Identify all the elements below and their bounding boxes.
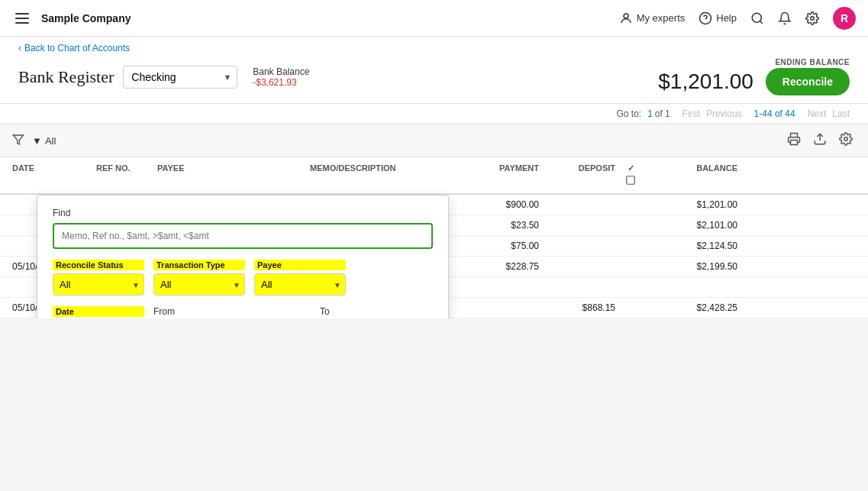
- payee-group: Payee All ▼: [254, 260, 346, 296]
- bank-balance-info: Bank Balance -$3,621.93: [253, 66, 309, 88]
- back-to-chart-accounts-link[interactable]: ‹ Back to Chart of Accounts: [18, 43, 850, 53]
- main-content: Find Reconcile Status All Reconciled Unr…: [0, 195, 868, 318]
- export-button[interactable]: [810, 129, 830, 152]
- from-date-group: From 📅: [153, 306, 311, 318]
- filter-left: ▼ All: [12, 134, 59, 148]
- reconcile-status-group: Reconcile Status All Reconciled Unreconc…: [53, 260, 144, 296]
- from-label: From: [153, 306, 311, 317]
- to-label: To: [320, 306, 477, 317]
- filter-bar: ▼ All: [0, 124, 868, 157]
- notifications-button[interactable]: [778, 11, 792, 25]
- find-input[interactable]: [53, 223, 433, 249]
- table-header: DATE REF NO. PAYEE MEMO/DESCRIPTION PAYM…: [0, 157, 868, 195]
- gear-icon: [805, 11, 819, 25]
- payee-label: Payee: [254, 260, 346, 270]
- transaction-type-select-wrapper: All Deposits Payments ▼: [153, 273, 245, 296]
- transaction-type-group: Transaction Type All Deposits Payments ▼: [153, 260, 245, 296]
- svg-point-5: [811, 16, 815, 20]
- filter-all-dropdown[interactable]: ▼ All: [29, 134, 59, 148]
- company-name: Sample Company: [41, 12, 131, 24]
- topnav-right: My experts Help R: [619, 7, 856, 30]
- transaction-type-label: Transaction Type: [153, 260, 245, 270]
- svg-point-9: [844, 137, 848, 141]
- col-date: DATE: [12, 163, 96, 187]
- print-button[interactable]: [784, 129, 804, 152]
- bell-icon: [778, 11, 792, 25]
- filter-icon: [12, 134, 24, 148]
- topnav-left: Sample Company: [12, 10, 131, 27]
- find-label: Find: [53, 208, 433, 218]
- col-payee: PAYEE: [157, 163, 310, 187]
- col-memo: MEMO/DESCRIPTION: [310, 163, 463, 187]
- next-page-link: Next: [808, 108, 827, 119]
- to-date-group: To: [320, 306, 477, 318]
- ending-balance-row: $1,201.00 Reconcile: [658, 68, 850, 95]
- reconcile-status-select[interactable]: All Reconciled Unreconciled Cleared: [53, 273, 144, 296]
- search-icon: [750, 11, 764, 25]
- col-check: ✓: [615, 163, 646, 187]
- my-experts-link[interactable]: My experts: [619, 11, 686, 25]
- reconcile-button[interactable]: Reconcile: [766, 68, 850, 95]
- filter-fields-row: Reconcile Status All Reconciled Unreconc…: [53, 260, 433, 296]
- chevron-left-icon: ‹: [18, 43, 21, 53]
- pagination-bar: Go to: 1 of 1 First Previous 1-44 of 44 …: [0, 104, 868, 124]
- payee-select[interactable]: All: [254, 273, 346, 296]
- svg-rect-10: [627, 176, 635, 185]
- subheader: ‹ Back to Chart of Accounts Bank Registe…: [0, 37, 868, 104]
- payee-select-wrapper: All ▼: [254, 273, 346, 296]
- svg-rect-7: [791, 141, 798, 145]
- subheader-left: Bank Register Checking ▼ Bank Balance -$…: [18, 66, 309, 89]
- goto-label: Go to:: [616, 108, 641, 119]
- settings-button-filter[interactable]: [836, 129, 856, 152]
- subheader-row: Bank Register Checking ▼ Bank Balance -$…: [18, 58, 850, 103]
- help-icon: [699, 11, 712, 25]
- filter-right: [784, 129, 856, 152]
- svg-marker-6: [13, 135, 23, 144]
- settings-button[interactable]: [805, 11, 819, 25]
- total-pages: 1: [665, 108, 670, 119]
- my-experts-icon: [619, 11, 633, 25]
- page-range: 1-44 of 44: [754, 108, 795, 119]
- transaction-type-select[interactable]: All Deposits Payments: [153, 273, 245, 296]
- col-deposit: DEPOSIT: [539, 163, 615, 187]
- first-page-link: First: [682, 108, 700, 119]
- prev-page-link: Previous: [706, 108, 742, 119]
- date-label: Date: [53, 306, 144, 317]
- reconcile-status-select-wrapper: All Reconciled Unreconciled Cleared ▼: [53, 273, 144, 296]
- avatar[interactable]: R: [833, 7, 856, 30]
- account-select[interactable]: Checking: [123, 66, 237, 89]
- svg-point-0: [624, 14, 628, 18]
- date-row: Date All dates Today This week This mont…: [53, 306, 433, 318]
- menu-button[interactable]: [12, 10, 32, 27]
- filter-panel: Find Reconcile Status All Reconciled Unr…: [37, 195, 449, 318]
- last-page-link: Last: [832, 108, 850, 119]
- account-select-wrapper: Checking ▼: [123, 66, 237, 89]
- help-link[interactable]: Help: [699, 11, 737, 25]
- reconcile-status-label: Reconcile Status: [53, 260, 144, 270]
- top-navigation: Sample Company My experts Help R: [0, 0, 868, 37]
- svg-point-3: [752, 13, 761, 22]
- date-group: Date All dates Today This week This mont…: [53, 306, 144, 318]
- col-ref: REF NO.: [96, 163, 157, 187]
- filter-dropdown-chevron: ▼: [32, 135, 42, 147]
- svg-line-4: [760, 21, 762, 23]
- col-balance: BALANCE: [646, 163, 737, 187]
- col-payment: PAYMENT: [463, 163, 539, 187]
- page-title: Bank Register: [18, 67, 114, 87]
- subheader-right: ENDING BALANCE $1,201.00 Reconcile: [658, 58, 850, 95]
- ending-balance-amount: $1,201.00: [658, 69, 753, 94]
- current-page: 1: [647, 108, 653, 119]
- search-button[interactable]: [750, 11, 764, 25]
